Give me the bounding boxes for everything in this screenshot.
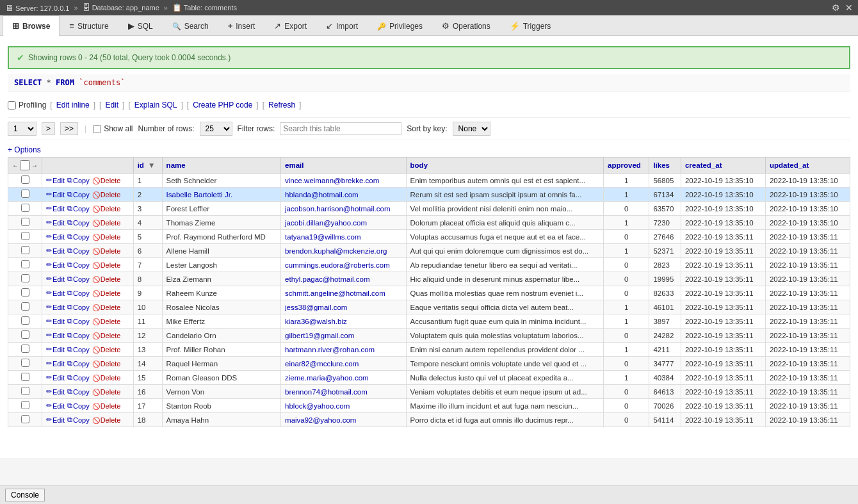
delete-btn-6[interactable]: Delete — [92, 247, 121, 255]
edit-inline-link[interactable]: Edit inline — [56, 101, 90, 110]
edit-link[interactable]: Edit — [105, 101, 118, 110]
delete-btn-1[interactable]: Delete — [92, 177, 121, 184]
tab-operations[interactable]: Operations — [432, 15, 500, 36]
delete-btn-5[interactable]: Delete — [92, 233, 121, 241]
copy-btn-12[interactable]: Copy — [67, 331, 90, 339]
row-checkbox-cell[interactable] — [8, 188, 42, 202]
col-header-created-at[interactable]: created_at — [681, 158, 765, 174]
copy-btn-18[interactable]: Copy — [67, 416, 90, 424]
row-checkbox-2[interactable] — [21, 190, 29, 198]
refresh-link[interactable]: Refresh — [268, 101, 295, 110]
row-checkbox-cell[interactable] — [8, 272, 42, 286]
search-input[interactable] — [280, 122, 401, 135]
edit-btn-5[interactable]: Edit — [46, 232, 65, 241]
delete-btn-15[interactable]: Delete — [92, 374, 121, 382]
row-checkbox-4[interactable] — [21, 218, 29, 226]
tab-structure[interactable]: Structure — [60, 15, 118, 36]
col-header-approved[interactable]: approved — [604, 158, 649, 174]
edit-btn-7[interactable]: Edit — [46, 261, 65, 269]
row-checkbox-cell[interactable] — [8, 329, 42, 343]
edit-btn-18[interactable]: Edit — [46, 416, 65, 424]
delete-btn-3[interactable]: Delete — [92, 205, 121, 213]
row-checkbox-cell[interactable] — [8, 385, 42, 399]
row-checkbox-cell[interactable] — [8, 202, 42, 216]
row-checkbox-5[interactable] — [21, 232, 29, 240]
close-icon[interactable]: ✕ — [845, 3, 853, 13]
copy-btn-14[interactable]: Copy — [67, 359, 90, 368]
tab-insert[interactable]: Insert — [218, 15, 265, 36]
profiling-checkbox[interactable] — [8, 101, 16, 110]
page-select[interactable]: 1 2 — [8, 122, 36, 136]
copy-btn-8[interactable]: Copy — [67, 275, 90, 283]
row-checkbox-15[interactable] — [21, 373, 29, 381]
row-checkbox-cell[interactable] — [8, 343, 42, 357]
select-all-header[interactable]: ← → — [8, 158, 42, 174]
tab-search[interactable]: Search — [163, 15, 218, 36]
row-checkbox-cell[interactable] — [8, 244, 42, 258]
col-header-id[interactable]: id ▼ — [133, 158, 162, 174]
copy-btn-7[interactable]: Copy — [67, 261, 90, 269]
row-checkbox-cell[interactable] — [8, 357, 42, 371]
delete-btn-17[interactable]: Delete — [92, 402, 121, 410]
copy-btn-6[interactable]: Copy — [67, 247, 90, 255]
row-checkbox-9[interactable] — [21, 288, 29, 297]
sort-likes-link[interactable]: likes — [653, 161, 670, 169]
sort-body-link[interactable]: body — [410, 161, 428, 169]
row-checkbox-cell[interactable] — [8, 216, 42, 230]
row-checkbox-cell[interactable] — [8, 399, 42, 413]
last-page-btn[interactable]: >> — [60, 122, 78, 135]
sort-updated-link[interactable]: updated_at — [770, 161, 809, 169]
copy-btn-16[interactable]: Copy — [67, 387, 90, 396]
edit-btn-13[interactable]: Edit — [46, 345, 65, 354]
sort-approved-link[interactable]: approved — [608, 161, 641, 169]
tab-import[interactable]: Import — [316, 15, 368, 36]
delete-btn-4[interactable]: Delete — [92, 219, 121, 227]
rows-per-page-select[interactable]: 25 50 100 — [200, 122, 232, 136]
edit-btn-10[interactable]: Edit — [46, 303, 65, 311]
row-checkbox-cell[interactable] — [8, 413, 42, 427]
row-checkbox-cell[interactable] — [8, 174, 42, 188]
row-checkbox-3[interactable] — [21, 204, 29, 212]
row-checkbox-14[interactable] — [21, 359, 29, 367]
copy-btn-11[interactable]: Copy — [67, 317, 90, 325]
edit-btn-6[interactable]: Edit — [46, 247, 65, 255]
row-checkbox-cell[interactable] — [8, 314, 42, 329]
col-header-updated-at[interactable]: updated_at — [765, 158, 850, 174]
options-expand-link[interactable]: + Options — [8, 145, 41, 154]
show-all-label[interactable]: Show all — [93, 124, 133, 133]
row-checkbox-cell[interactable] — [8, 300, 42, 314]
edit-btn-16[interactable]: Edit — [46, 387, 65, 396]
delete-btn-13[interactable]: Delete — [92, 346, 121, 354]
edit-btn-12[interactable]: Edit — [46, 331, 65, 339]
tab-browse[interactable]: Browse — [3, 15, 60, 36]
profiling-checkbox-label[interactable]: Profiling — [8, 101, 46, 110]
copy-btn-3[interactable]: Copy — [67, 204, 90, 213]
copy-btn-17[interactable]: Copy — [67, 402, 90, 410]
row-checkbox-12[interactable] — [21, 330, 29, 339]
delete-btn-12[interactable]: Delete — [92, 332, 121, 339]
row-checkbox-cell[interactable] — [8, 258, 42, 272]
delete-btn-16[interactable]: Delete — [92, 388, 121, 396]
edit-btn-11[interactable]: Edit — [46, 317, 65, 325]
sort-email-link[interactable]: email — [285, 161, 304, 169]
tab-export[interactable]: Export — [264, 15, 316, 36]
edit-btn-14[interactable]: Edit — [46, 359, 65, 368]
edit-btn-15[interactable]: Edit — [46, 373, 65, 382]
copy-btn-10[interactable]: Copy — [67, 303, 90, 311]
copy-btn-1[interactable]: Copy — [67, 176, 90, 184]
edit-btn-4[interactable]: Edit — [46, 218, 65, 227]
edit-btn-17[interactable]: Edit — [46, 402, 65, 410]
edit-btn-2[interactable]: Edit — [46, 190, 65, 199]
col-header-body[interactable]: body — [406, 158, 604, 174]
show-all-checkbox[interactable] — [93, 125, 101, 133]
row-checkbox-18[interactable] — [21, 415, 29, 423]
explain-sql-link[interactable]: Explain SQL — [134, 101, 177, 110]
delete-btn-11[interactable]: Delete — [92, 318, 121, 325]
sort-id-link[interactable]: id — [138, 161, 144, 169]
sort-created-link[interactable]: created_at — [685, 161, 722, 169]
copy-btn-2[interactable]: Copy — [67, 190, 90, 199]
col-header-likes[interactable]: likes — [649, 158, 681, 174]
row-checkbox-1[interactable] — [21, 175, 29, 184]
delete-btn-14[interactable]: Delete — [92, 360, 121, 368]
copy-btn-9[interactable]: Copy — [67, 289, 90, 297]
